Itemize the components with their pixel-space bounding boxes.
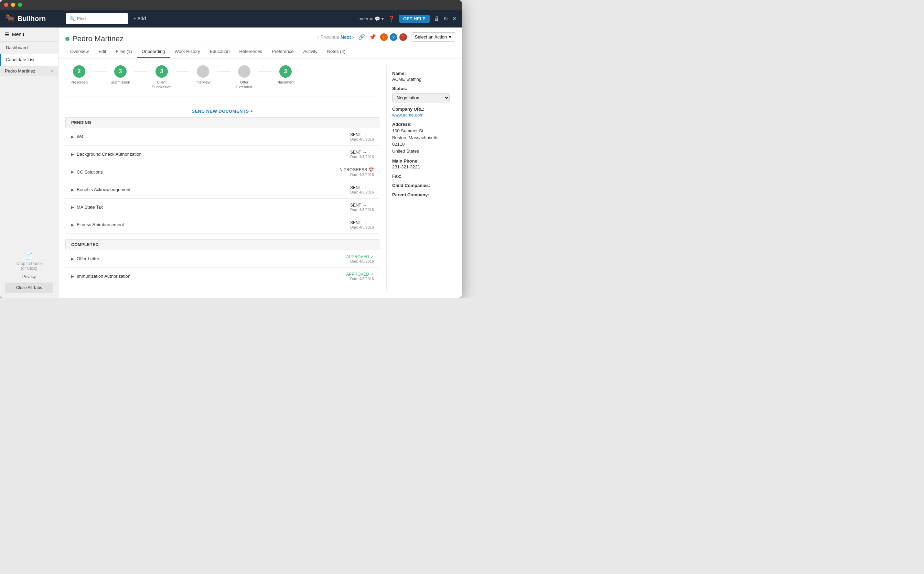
minimize-button[interactable] (11, 3, 15, 7)
tab-edit[interactable]: Edit (93, 46, 111, 58)
step-circle-placement: 3 (279, 65, 292, 78)
sent-arrow-icon: → (362, 132, 367, 137)
tab-education[interactable]: Education (205, 46, 235, 58)
doc-row-benefits[interactable]: ▶ Benefits Acknowledgement SENT → Due: 4… (65, 181, 380, 199)
tab-work-history[interactable]: Work History (170, 46, 205, 58)
link-icon[interactable]: 🔗 (358, 34, 365, 40)
doc-expand-icon: ▶ (71, 169, 74, 174)
drop-to-parse[interactable]: 📄 Drop to Parse(or Click) (5, 252, 53, 271)
status-dot (65, 37, 70, 41)
next-button[interactable]: Next › (340, 35, 354, 40)
page-header: Pedro Martinez ‹ Previous Next › 🔗 📌 ! ?… (59, 27, 462, 46)
username: mdemo (358, 16, 373, 21)
menu-hamburger-icon: ☰ (5, 32, 9, 37)
rp-address-label: Address: (392, 122, 449, 127)
send-new-documents-button[interactable]: SEND NEW DOCUMENTS + (65, 105, 380, 117)
doc-row-background-check[interactable]: ▶ Background Check Authorization SENT → … (65, 146, 380, 163)
search-box[interactable]: 🔍 (66, 13, 128, 24)
sidebar-bottom: 📄 Drop to Parse(or Click) Privacy Close … (0, 247, 58, 298)
dropdown-chevron-icon: ▾ (449, 35, 451, 39)
check-icon: ✓ (370, 254, 374, 259)
rp-status-label: Status: (392, 86, 449, 91)
doc-due-fitness: Due: 4/8/2016 (350, 225, 374, 229)
select-action-button[interactable]: Select an Action ▾ (411, 32, 455, 42)
tab-preference[interactable]: Preference (267, 46, 299, 58)
sidebar-item-dashboard[interactable]: Dashboard (0, 42, 58, 54)
doc-row-ma-tax[interactable]: ▶ MA State Tax SENT → Due: 4/8/2016 (65, 199, 380, 216)
completed-header: COMPLETED (65, 239, 380, 250)
doc-row-offer-letter[interactable]: ▶ Offer Letter APPROVED ✓ Due: 4/8/2016 (65, 250, 380, 268)
doc-due-background: Due: 4/8/2016 (350, 155, 374, 159)
doc-expand-icon: ▶ (71, 222, 74, 227)
brand-name: Bullhorn (17, 15, 46, 23)
doc-row-fitness[interactable]: ▶ Fitness Reimbursement SENT → Due: 4/8/… (65, 216, 380, 234)
prev-next: ‹ Previous Next › (318, 35, 354, 40)
doc-due-w4: Due: 4/8/2016 (350, 137, 374, 141)
step-label-interview: Interview (195, 80, 210, 85)
doc-expand-icon: ▶ (71, 274, 74, 279)
tab-overview[interactable]: Overview (65, 46, 93, 58)
header-actions: ‹ Previous Next › 🔗 📌 ! ? 📍 Select an Ac… (318, 32, 455, 45)
doc-row-immunization[interactable]: ▶ Immunization Authorization APPROVED ✓ … (65, 268, 380, 285)
close-nav-icon[interactable]: ✕ (452, 16, 457, 22)
action-icon-blue[interactable]: ? (390, 33, 397, 41)
sent-arrow-icon: → (362, 185, 367, 190)
doc-due-offer-letter: Due: 4/8/2016 (346, 259, 374, 263)
close-button[interactable] (4, 3, 8, 7)
previous-button[interactable]: ‹ Previous (318, 35, 339, 40)
action-icon-red[interactable]: 📍 (399, 33, 407, 41)
step-client-submission[interactable]: 3 ClientSubmission (148, 65, 176, 90)
add-button[interactable]: + Add (133, 16, 146, 21)
rp-status-select[interactable]: Negotiation Active Inactive (392, 93, 449, 102)
doc-expand-icon: ▶ (71, 205, 74, 210)
top-nav: 🐂 Bullhorn 🔍 + Add mdemo 💬 ▾ ❓ GET HELP … (0, 9, 462, 27)
tab-files[interactable]: Files (1) (111, 46, 137, 58)
doc-status-offer-letter: APPROVED ✓ (346, 254, 374, 259)
step-prescreen[interactable]: 2 Prescreen (65, 65, 93, 85)
step-placement[interactable]: 3 Placement (272, 65, 299, 85)
sidebar-item-candidate-list[interactable]: Candidate List (0, 54, 58, 66)
rp-name: Name: ACME Staffing (392, 71, 449, 82)
print-icon[interactable]: 🖨 (434, 16, 439, 22)
rp-parent-company-label: Parent Company: (392, 192, 449, 197)
tab-notes[interactable]: Notes (4) (322, 46, 350, 58)
app-window: 🐂 Bullhorn 🔍 + Add mdemo 💬 ▾ ❓ GET HELP … (0, 0, 462, 298)
step-connector-1 (93, 71, 107, 72)
refresh-icon[interactable]: ↻ (443, 16, 448, 22)
user-menu-icon[interactable]: 💬 ▾ (375, 16, 384, 21)
tab-references[interactable]: References (234, 46, 267, 58)
action-icon-orange[interactable]: ! (380, 33, 388, 41)
search-input[interactable] (77, 16, 118, 21)
sidebar-tab-pedro[interactable]: Pedro Martinez ✕ (0, 66, 58, 76)
tab-activity[interactable]: Activity (299, 46, 322, 58)
rp-child-companies: Child Companies: (392, 183, 449, 188)
titlebar (0, 0, 462, 9)
privacy-link[interactable]: Privacy (5, 274, 53, 279)
close-all-tabs-button[interactable]: Close All Tabs (5, 282, 53, 293)
doc-row-cc-solutions[interactable]: ▶ CC Solutions IN PROGRESS 📅 Due: 4/8/20… (65, 163, 380, 181)
step-circle-offer-extended (238, 65, 250, 78)
calendar-icon: 📅 (369, 167, 374, 173)
get-help-button[interactable]: GET HELP (399, 15, 430, 23)
step-label-offer-extended: OfferExtended (236, 80, 252, 90)
close-tab-icon[interactable]: ✕ (50, 69, 53, 73)
doc-status-w4: SENT → (350, 132, 374, 137)
rp-company-url-link[interactable]: www.acme.com (392, 112, 424, 118)
step-offer-extended[interactable]: OfferExtended (231, 65, 258, 90)
tab-label: Pedro Martinez (5, 68, 35, 74)
doc-due-immunization: Due: 4/8/2016 (346, 277, 374, 281)
step-interview[interactable]: Interview (189, 65, 217, 85)
maximize-button[interactable] (18, 3, 22, 7)
onboarding-main: 2 Prescreen 3 Submission 3 ClientSubmiss… (65, 65, 380, 291)
step-label-submission: Submission (111, 80, 130, 85)
pin-icon[interactable]: 📌 (369, 34, 376, 40)
menu-header[interactable]: ☰ Menu (0, 27, 58, 42)
doc-row-w4[interactable]: ▶ W4 SENT → Due: 4/8/2016 (65, 128, 380, 146)
step-submission[interactable]: 3 Submission (107, 65, 134, 85)
rp-parent-company: Parent Company: (392, 192, 449, 197)
tab-onboarding[interactable]: Onboarding (137, 46, 170, 58)
rp-child-companies-label: Child Companies: (392, 183, 449, 188)
step-circle-interview (197, 65, 209, 78)
rp-fax: Fax: (392, 173, 449, 179)
doc-expand-icon: ▶ (71, 187, 74, 192)
